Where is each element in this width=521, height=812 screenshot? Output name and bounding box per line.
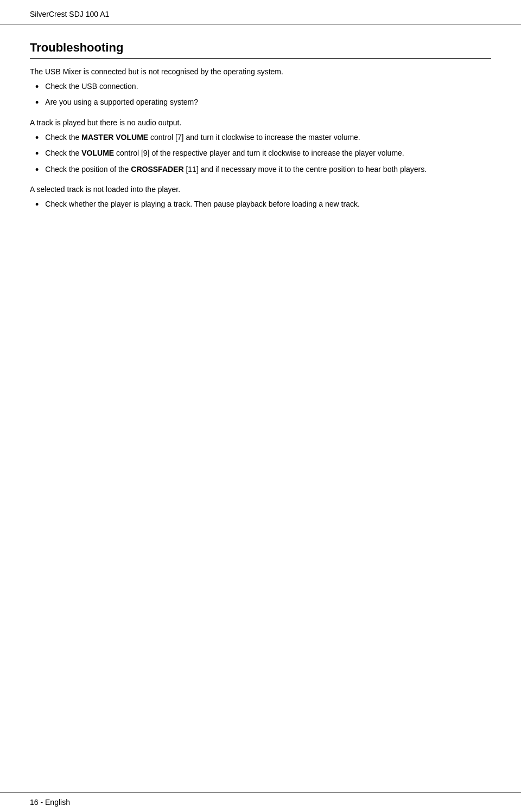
list-item: Check the MASTER VOLUME control [7] and … [30, 132, 491, 144]
main-content: Troubleshooting The USB Mixer is connect… [0, 24, 521, 258]
bullet-prefix: Check the [45, 133, 81, 142]
bullet-bold: VOLUME [81, 149, 114, 157]
bullet-bold: MASTER VOLUME [81, 133, 148, 142]
bullet-text: Check the position of the CROSSFADER [11… [45, 164, 491, 176]
bullet-text: Check whether the player is playing a tr… [45, 199, 491, 210]
bullet-prefix: Check the position of the [45, 165, 131, 174]
page-header: SilverCrest SDJ 100 A1 [0, 0, 521, 24]
bullet-suffix: [11] and if necessary move it to the cen… [184, 165, 427, 174]
bullet-text: Check the MASTER VOLUME control [7] and … [45, 132, 491, 144]
list-item: Check whether the player is playing a tr… [30, 199, 491, 211]
problem-statement-2: A track is played but there is no audio … [30, 117, 491, 129]
bullet-text: Are you using a supported operating syst… [45, 97, 491, 108]
bullet-prefix: Check the [45, 149, 81, 157]
section-heading: Troubleshooting [30, 41, 491, 59]
bullet-bold: CROSSFADER [131, 165, 183, 174]
list-item: Check the VOLUME control [9] of the resp… [30, 148, 491, 160]
list-item: Are you using a supported operating syst… [30, 97, 491, 109]
bullet-suffix: control [9] of the respective player and… [114, 149, 404, 157]
bullet-text: Check the VOLUME control [9] of the resp… [45, 148, 491, 159]
problem-statement-1: The USB Mixer is connected but is not re… [30, 66, 491, 78]
bullet-suffix: control [7] and turn it clockwise to inc… [148, 133, 360, 142]
list-item: Check the position of the CROSSFADER [11… [30, 164, 491, 176]
list-item: Check the USB connection. [30, 81, 491, 93]
bullet-text: Check the USB connection. [45, 81, 491, 93]
bullet-list-2: Check the MASTER VOLUME control [7] and … [30, 132, 491, 176]
bullet-list-1: Check the USB connection. Are you using … [30, 81, 491, 110]
document-title: SilverCrest SDJ 100 A1 [30, 10, 109, 18]
page-footer: 16 - English [0, 792, 521, 812]
page: SilverCrest SDJ 100 A1 Troubleshooting T… [0, 0, 521, 812]
page-number-language: 16 - English [30, 798, 70, 807]
bullet-list-3: Check whether the player is playing a tr… [30, 199, 491, 211]
problem-statement-3: A selected track is not loaded into the … [30, 184, 491, 195]
